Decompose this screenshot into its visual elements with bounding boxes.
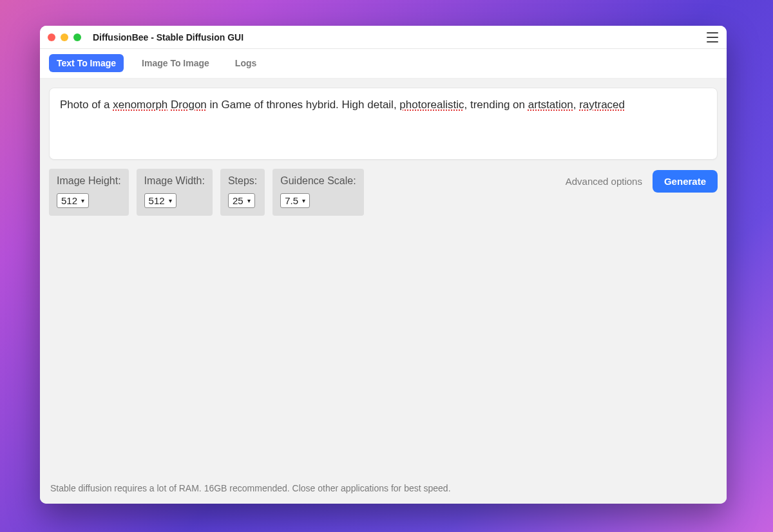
prompt-spellword: artstation bbox=[528, 99, 573, 111]
select-value: 7.5 bbox=[285, 195, 298, 206]
param-guidance-scale: Guidence Scale: 7.5 ▾ bbox=[272, 169, 363, 216]
param-label: Image Height: bbox=[57, 175, 121, 187]
window-title: DiffusionBee - Stable Diffusion GUI bbox=[93, 32, 243, 43]
prompt-spellword: raytraced bbox=[579, 99, 625, 111]
prompt-segment: , trending on bbox=[464, 99, 528, 111]
image-height-select[interactable]: 512 ▾ bbox=[57, 193, 89, 208]
prompt-box: Photo of a xenomorph Drogon in Game of t… bbox=[49, 88, 718, 160]
footer-note: Stable diffusion requires a lot of RAM. … bbox=[49, 480, 718, 497]
chevron-down-icon: ▾ bbox=[302, 197, 305, 204]
param-label: Guidence Scale: bbox=[280, 175, 356, 187]
tab-bar: Text To Image Image To Image Logs bbox=[40, 49, 727, 79]
steps-select[interactable]: 25 ▾ bbox=[228, 193, 255, 208]
param-label: Steps: bbox=[228, 175, 257, 187]
image-width-select[interactable]: 512 ▾ bbox=[144, 193, 177, 208]
advanced-options-link[interactable]: Advanced options bbox=[566, 176, 642, 187]
titlebar: DiffusionBee - Stable Diffusion GUI bbox=[40, 26, 727, 49]
chevron-down-icon: ▾ bbox=[81, 197, 84, 204]
prompt-segment: Photo of a bbox=[60, 99, 113, 111]
param-steps: Steps: 25 ▾ bbox=[220, 169, 265, 216]
prompt-segment: , bbox=[573, 99, 579, 111]
minimize-window-button[interactable] bbox=[61, 33, 68, 41]
select-value: 512 bbox=[61, 195, 77, 206]
chevron-down-icon: ▾ bbox=[247, 197, 251, 204]
guidance-scale-select[interactable]: 7.5 ▾ bbox=[280, 193, 310, 208]
prompt-spellword: Drogon bbox=[171, 99, 207, 111]
hamburger-menu-icon[interactable] bbox=[706, 32, 719, 43]
generate-button[interactable]: Generate bbox=[653, 170, 718, 193]
app-window: DiffusionBee - Stable Diffusion GUI Text… bbox=[40, 26, 727, 504]
prompt-spellword: photorealistic bbox=[399, 99, 464, 111]
prompt-spellword: xenomorph bbox=[113, 99, 167, 111]
param-image-width: Image Width: 512 ▾ bbox=[137, 169, 213, 216]
content-area: Photo of a xenomorph Drogon in Game of t… bbox=[40, 79, 727, 504]
maximize-window-button[interactable] bbox=[73, 33, 81, 41]
prompt-input[interactable]: Photo of a xenomorph Drogon in Game of t… bbox=[60, 97, 707, 149]
tab-text-to-image[interactable]: Text To Image bbox=[49, 54, 124, 72]
tab-image-to-image[interactable]: Image To Image bbox=[134, 54, 217, 72]
close-window-button[interactable] bbox=[48, 33, 55, 41]
select-value: 512 bbox=[149, 195, 165, 206]
prompt-segment: in Game of thrones hybrid. High detail, bbox=[207, 99, 400, 111]
tab-logs[interactable]: Logs bbox=[227, 54, 264, 72]
right-controls: Advanced options Generate bbox=[566, 169, 718, 193]
traffic-lights bbox=[48, 33, 81, 41]
param-image-height: Image Height: 512 ▾ bbox=[49, 169, 129, 216]
controls-row: Image Height: 512 ▾ Image Width: 512 ▾ S… bbox=[49, 169, 718, 216]
chevron-down-icon: ▾ bbox=[169, 197, 172, 204]
select-value: 25 bbox=[233, 195, 243, 206]
param-label: Image Width: bbox=[144, 175, 205, 187]
